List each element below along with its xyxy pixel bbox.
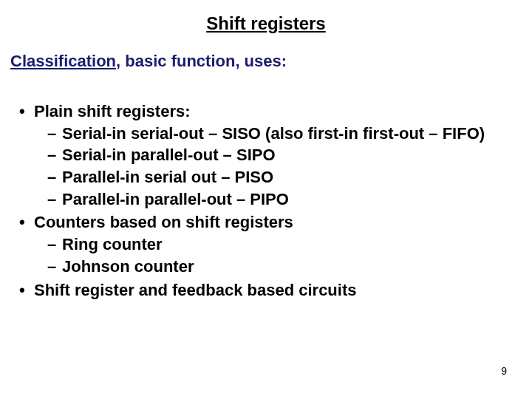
bullet-item: Shift register and feedback based circui…	[16, 279, 522, 301]
slide-subtitle: Classification, basic function, uses:	[10, 52, 522, 71]
bullet-item: Counters based on shift registers Ring c…	[16, 211, 522, 277]
sub-item: Johnson counter	[47, 256, 522, 278]
bullet-label: Counters based on shift registers	[34, 213, 293, 231]
page-number: 9	[501, 365, 507, 377]
sub-item: Serial-in serial-out – SISO (also first-…	[47, 123, 522, 145]
main-bullet-list: Plain shift registers: Serial-in serial-…	[10, 100, 522, 301]
bullet-label: Shift register and feedback based circui…	[34, 281, 356, 299]
subtitle-underlined-part: Classification	[10, 52, 116, 70]
bullet-label: Plain shift registers:	[34, 102, 191, 120]
bullet-item: Plain shift registers: Serial-in serial-…	[16, 100, 522, 210]
subtitle-rest-part: , basic function, uses:	[116, 52, 287, 70]
sub-item: Parallel-in parallel-out – PIPO	[47, 188, 522, 211]
sub-list: Serial-in serial-out – SISO (also first-…	[34, 123, 522, 211]
sub-item: Serial-in parallel-out – SIPO	[47, 144, 522, 166]
sub-item: Ring counter	[47, 233, 522, 256]
sub-list: Ring counter Johnson counter	[34, 233, 522, 277]
slide-title: Shift registers	[10, 13, 522, 34]
sub-item: Parallel-in serial out – PISO	[47, 166, 522, 188]
